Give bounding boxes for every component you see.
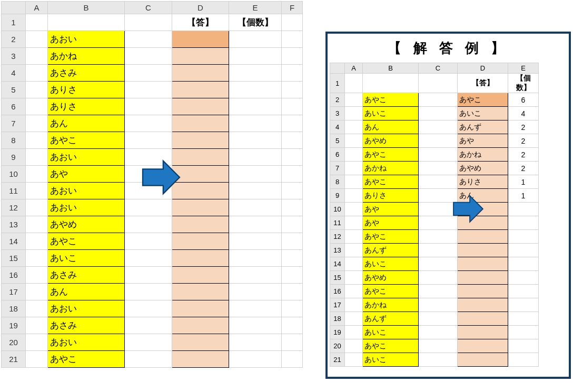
row-header[interactable]: 12 xyxy=(330,230,345,244)
cell[interactable] xyxy=(229,65,282,82)
row-header[interactable]: 17 xyxy=(2,284,26,300)
cell[interactable] xyxy=(345,298,363,312)
cell[interactable] xyxy=(345,175,363,189)
cell[interactable]: あん xyxy=(363,120,419,134)
cell[interactable]: ありさ xyxy=(363,189,419,203)
cell[interactable] xyxy=(229,317,282,334)
cell[interactable] xyxy=(229,284,282,300)
row-header[interactable]: 7 xyxy=(2,115,26,132)
cell[interactable] xyxy=(282,65,303,82)
cell[interactable] xyxy=(125,98,172,115)
cell[interactable] xyxy=(125,250,172,267)
cell[interactable]: あやこ xyxy=(363,230,419,244)
cell[interactable] xyxy=(508,339,539,353)
cell[interactable] xyxy=(458,257,508,271)
cell[interactable] xyxy=(419,257,458,271)
cell[interactable]: 2 xyxy=(508,162,539,175)
row-header[interactable]: 11 xyxy=(2,183,26,199)
cell[interactable]: あやこ xyxy=(48,132,125,149)
cell[interactable]: 6 xyxy=(508,93,539,107)
cell[interactable] xyxy=(458,271,508,285)
cell[interactable] xyxy=(282,216,303,233)
cell[interactable] xyxy=(26,82,48,98)
row-header[interactable]: 7 xyxy=(330,162,345,175)
row-header[interactable]: 4 xyxy=(330,120,345,134)
cell[interactable] xyxy=(125,199,172,216)
cell[interactable]: 【個数】 xyxy=(229,14,282,31)
cell[interactable] xyxy=(508,230,539,244)
cell[interactable] xyxy=(345,339,363,353)
cell[interactable] xyxy=(172,65,229,82)
cell[interactable]: 4 xyxy=(508,107,539,120)
cell[interactable] xyxy=(26,267,48,284)
cell[interactable] xyxy=(345,134,363,148)
cell[interactable] xyxy=(26,334,48,351)
cell[interactable] xyxy=(282,166,303,183)
cell[interactable] xyxy=(508,312,539,326)
cell[interactable] xyxy=(229,216,282,233)
cell[interactable] xyxy=(282,183,303,199)
col-header[interactable]: C xyxy=(125,2,172,14)
row-header[interactable]: 4 xyxy=(2,65,26,82)
cell[interactable] xyxy=(508,353,539,367)
cell[interactable] xyxy=(26,166,48,183)
cell[interactable]: あおい xyxy=(48,199,125,216)
cell[interactable] xyxy=(282,98,303,115)
row-header[interactable]: 16 xyxy=(2,267,26,284)
cell[interactable] xyxy=(26,351,48,368)
cell[interactable] xyxy=(172,216,229,233)
cell[interactable] xyxy=(229,98,282,115)
row-header[interactable]: 3 xyxy=(2,48,26,65)
cell[interactable]: あやこ xyxy=(363,285,419,298)
col-header[interactable]: E xyxy=(229,2,282,14)
cell[interactable] xyxy=(282,284,303,300)
cell[interactable]: ありさ xyxy=(48,98,125,115)
cell[interactable] xyxy=(282,31,303,48)
cell[interactable] xyxy=(419,134,458,148)
cell[interactable] xyxy=(125,216,172,233)
cell[interactable] xyxy=(282,115,303,132)
cell[interactable]: あかね xyxy=(363,298,419,312)
cell[interactable] xyxy=(419,93,458,107)
row-header[interactable]: 1 xyxy=(330,74,345,93)
cell[interactable] xyxy=(172,284,229,300)
cell[interactable] xyxy=(508,216,539,230)
cell[interactable]: あかね xyxy=(48,48,125,65)
col-header[interactable]: D xyxy=(458,63,508,74)
cell[interactable] xyxy=(282,199,303,216)
cell[interactable] xyxy=(282,233,303,250)
row-header[interactable]: 19 xyxy=(330,326,345,339)
cell[interactable]: あんず xyxy=(363,312,419,326)
row-header[interactable]: 20 xyxy=(330,339,345,353)
cell[interactable] xyxy=(345,312,363,326)
cell[interactable] xyxy=(229,48,282,65)
cell[interactable] xyxy=(229,334,282,351)
cell[interactable] xyxy=(26,300,48,317)
cell[interactable]: あや xyxy=(363,203,419,216)
cell[interactable]: あさみ xyxy=(48,65,125,82)
cell[interactable] xyxy=(508,203,539,216)
cell[interactable]: あやこ xyxy=(363,175,419,189)
row-header[interactable]: 10 xyxy=(330,203,345,216)
row-header[interactable]: 2 xyxy=(2,31,26,48)
cell[interactable] xyxy=(26,48,48,65)
cell[interactable] xyxy=(345,93,363,107)
cell[interactable] xyxy=(282,48,303,65)
cell[interactable] xyxy=(419,326,458,339)
col-header[interactable]: D xyxy=(172,2,229,14)
cell[interactable] xyxy=(26,149,48,166)
cell[interactable] xyxy=(282,317,303,334)
row-header[interactable]: 21 xyxy=(330,353,345,367)
cell[interactable] xyxy=(419,120,458,134)
cell[interactable] xyxy=(125,267,172,284)
cell[interactable]: あおい xyxy=(48,300,125,317)
cell[interactable]: あおい xyxy=(48,334,125,351)
cell[interactable] xyxy=(345,148,363,162)
col-header[interactable]: C xyxy=(419,63,458,74)
cell[interactable]: 2 xyxy=(508,134,539,148)
cell[interactable] xyxy=(282,82,303,98)
cell[interactable] xyxy=(229,300,282,317)
cell[interactable] xyxy=(419,148,458,162)
cell[interactable] xyxy=(345,271,363,285)
cell[interactable] xyxy=(172,250,229,267)
